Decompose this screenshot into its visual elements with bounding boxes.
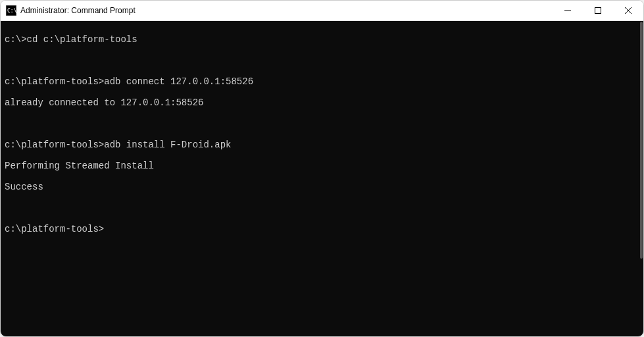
prompt: c:\> xyxy=(5,34,27,45)
window-title: Administrator: Command Prompt xyxy=(20,6,553,15)
command: adb connect 127.0.0.1:58526 xyxy=(104,76,253,87)
terminal-line: c:\>cd c:\platform-tools xyxy=(5,34,639,45)
terminal-line: Performing Streamed Install xyxy=(5,161,639,171)
svg-text:C:\: C:\ xyxy=(7,8,16,14)
window-controls xyxy=(553,1,643,20)
output: Success xyxy=(5,182,43,192)
terminal-line: c:\platform-tools>adb install F-Droid.ap… xyxy=(5,140,639,150)
terminal-line: c:\platform-tools> xyxy=(5,224,639,234)
prompt: c:\platform-tools> xyxy=(5,140,104,150)
output: Performing Streamed Install xyxy=(5,161,154,171)
close-button[interactable] xyxy=(613,1,643,20)
prompt: c:\platform-tools> xyxy=(5,224,104,234)
terminal-line xyxy=(5,203,639,213)
terminal-line: already connected to 127.0.0.1:58526 xyxy=(5,97,639,108)
svg-rect-3 xyxy=(595,8,601,14)
minimize-button[interactable] xyxy=(553,1,583,20)
command: adb install F-Droid.apk xyxy=(104,140,231,150)
terminal-line xyxy=(5,55,639,66)
scrollbar-thumb[interactable] xyxy=(640,22,643,259)
command-prompt-window: C:\ Administrator: Command Prompt c:\>cd… xyxy=(0,0,644,337)
prompt: c:\platform-tools> xyxy=(5,76,104,87)
terminal-line xyxy=(5,118,639,129)
terminal-body[interactable]: c:\>cd c:\platform-tools c:\platform-too… xyxy=(1,21,643,336)
command: cd c:\platform-tools xyxy=(27,34,137,45)
titlebar[interactable]: C:\ Administrator: Command Prompt xyxy=(1,1,643,21)
maximize-button[interactable] xyxy=(583,1,613,20)
output: already connected to 127.0.0.1:58526 xyxy=(5,97,203,108)
terminal-line: c:\platform-tools>adb connect 127.0.0.1:… xyxy=(5,76,639,87)
terminal-line: Success xyxy=(5,182,639,192)
cmd-icon: C:\ xyxy=(6,5,16,16)
